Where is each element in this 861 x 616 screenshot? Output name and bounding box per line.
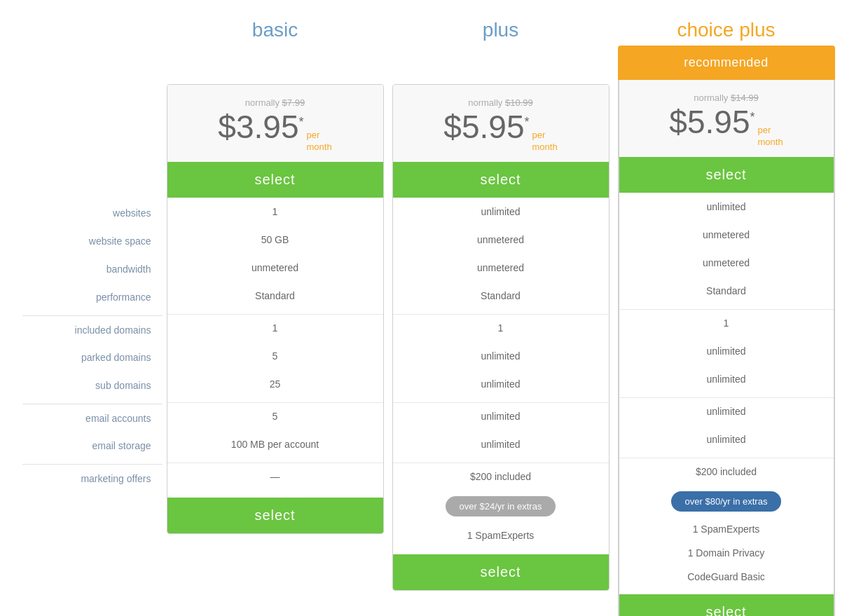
recommended-badge: recommended (618, 46, 835, 80)
plus-websites: unlimited (393, 198, 609, 226)
choice-performance: Standard (619, 277, 834, 305)
plan-choice-plus-select-bottom[interactable]: select (619, 594, 834, 616)
plan-basic-price: $3.95 (218, 111, 298, 143)
choice-parked-domains: unlimited (619, 337, 834, 365)
plus-website-space: unmetered (393, 226, 609, 254)
plan-basic-per: permonth (307, 130, 332, 153)
label-parked-domains: parked domains (22, 343, 163, 371)
basic-email-storage: 100 MB per account (167, 430, 383, 458)
plan-basic: basic normally $7.99 $3.95 * permonth (167, 7, 384, 534)
choice-email-storage: unlimited (619, 425, 834, 453)
plan-basic-title: basic (167, 7, 384, 46)
plus-bandwidth: unmetered (393, 254, 609, 282)
plan-basic-select-bottom[interactable]: select (167, 498, 383, 533)
choice-websites: unlimited (619, 193, 834, 221)
plan-basic-normally: normally $7.99 (174, 97, 376, 108)
label-included-domains: included domains (22, 315, 163, 343)
basic-included-domains: 1 (167, 314, 383, 342)
label-performance: performance (22, 283, 163, 311)
plan-choice-plus-select-top[interactable]: select (619, 157, 834, 193)
choice-extras-items: 1 SpamExperts 1 Domain Privacy CodeGuard… (619, 514, 834, 594)
plan-plus-normally: normally $10.99 (400, 97, 602, 108)
plan-basic-features: 1 50 GB unmetered Standard 1 5 25 5 100 … (167, 198, 383, 491)
plan-choice-plus-card: normally $14.99 $5.95 * permonth select … (618, 80, 835, 616)
plus-sub-domains: unlimited (393, 370, 609, 398)
plus-email-accounts: unlimited (393, 402, 609, 430)
plus-spamexperts: 1 SpamExperts (393, 522, 609, 549)
basic-website-space: 50 GB (167, 226, 383, 254)
plan-plus-price: $5.95 (443, 111, 524, 143)
plan-basic-price-section: normally $7.99 $3.95 * permonth (167, 85, 383, 162)
plan-plus-title: plus (392, 7, 609, 46)
plan-choice-plus-price-section: normally $14.99 $5.95 * permonth (619, 80, 834, 157)
plan-basic-select-top[interactable]: select (167, 162, 383, 198)
basic-sub-domains: 25 (167, 370, 383, 398)
plus-email-storage: unlimited (393, 430, 609, 458)
plus-parked-domains: unlimited (393, 342, 609, 370)
plan-plus-per: permonth (532, 130, 558, 153)
plan-basic-asterisk: * (298, 115, 303, 130)
label-email-accounts: email accounts (22, 404, 163, 432)
plan-basic-card: normally $7.99 $3.95 * permonth select 1… (167, 84, 384, 534)
label-sub-domains: sub domains (22, 371, 163, 399)
choice-marketing-offers: $200 included (619, 458, 834, 486)
plan-choice-plus: choice plus recommended normally $14.99 … (618, 7, 835, 616)
feature-labels-column: websites website space bandwidth perform… (22, 7, 163, 492)
plus-extras-badge: over $24/yr in extras (446, 496, 556, 516)
label-websites: websites (22, 199, 163, 227)
plan-choice-plus-price: $5.95 (669, 106, 750, 138)
label-email-storage: email storage (22, 432, 163, 460)
basic-parked-domains: 5 (167, 342, 383, 370)
plan-choice-plus-normally: normally $14.99 (626, 93, 827, 103)
basic-marketing-offers: — (167, 463, 383, 491)
choice-email-accounts: unlimited (619, 397, 834, 425)
basic-websites: 1 (167, 198, 383, 226)
label-website-space: website space (22, 227, 163, 255)
plus-extras-items: 1 SpamExperts (393, 519, 609, 554)
label-bandwidth: bandwidth (22, 255, 163, 283)
choice-extras-badge: over $80/yr in extras (671, 491, 782, 512)
basic-email-accounts: 5 (167, 402, 383, 430)
plus-included-domains: 1 (393, 314, 609, 342)
choice-website-space: unmetered (619, 221, 834, 249)
choice-spamexperts: 1 SpamExperts (619, 517, 834, 541)
choice-domain-privacy: 1 Domain Privacy (619, 541, 834, 565)
plus-marketing-offers: $200 included (393, 463, 609, 491)
choice-bandwidth: unmetered (619, 249, 834, 277)
plan-choice-plus-asterisk: * (750, 110, 755, 125)
plan-choice-plus-title: choice plus (618, 7, 835, 46)
label-marketing-offers: marketing offers (22, 464, 163, 492)
plan-plus-asterisk: * (524, 115, 529, 130)
basic-performance: Standard (167, 282, 383, 310)
plan-choice-plus-per: permonth (758, 125, 783, 149)
basic-bandwidth: unmetered (167, 254, 383, 282)
plus-performance: Standard (393, 282, 609, 310)
plan-plus-price-section: normally $10.99 $5.95 * permonth (393, 85, 609, 162)
plan-plus-select-bottom[interactable]: select (393, 554, 609, 590)
choice-included-domains: 1 (619, 309, 834, 337)
choice-codeguard: CodeGuard Basic (619, 565, 834, 589)
plan-choice-plus-features: unlimited unmetered unmetered Standard 1… (619, 193, 834, 486)
plan-plus-select-top[interactable]: select (393, 162, 609, 198)
plan-plus-card: normally $10.99 $5.95 * permonth select … (392, 84, 609, 591)
choice-sub-domains: unlimited (619, 365, 834, 393)
plan-plus: plus normally $10.99 $5.95 * permonth (392, 7, 609, 591)
plan-plus-features: unlimited unmetered unmetered Standard 1… (393, 198, 609, 491)
